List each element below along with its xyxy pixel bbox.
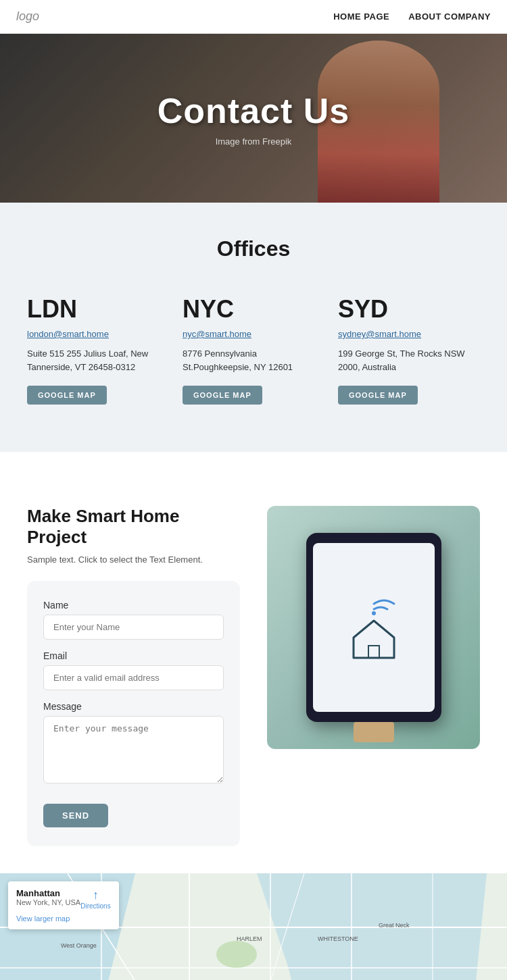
- map-section: New York MANHATTAN QUEENS BROOKLYN Newar…: [0, 873, 507, 980]
- map-directions-label[interactable]: Directions: [80, 902, 110, 910]
- hero-section: Contact Us Image from Freepik: [0, 34, 507, 203]
- office-email-nyc[interactable]: nyc@smart.home: [183, 329, 324, 339]
- svg-text:West Orange: West Orange: [61, 942, 97, 949]
- office-city-nyc: NYC: [183, 295, 324, 324]
- map-location-title: Manhattan: [16, 888, 80, 898]
- contact-form-card: Name Email Message SEND: [27, 581, 240, 846]
- smart-home-icon: [340, 590, 408, 665]
- message-group: Message: [43, 701, 224, 786]
- google-map-btn-ldn[interactable]: GOOGLE MAP: [27, 386, 107, 405]
- contact-left: Make Smart Home Project Sample text. Cli…: [27, 506, 240, 846]
- office-card-nyc: NYC nyc@smart.home 8776 Pennsylvania St.…: [183, 288, 324, 411]
- nav-links: HOME PAGE ABOUT COMPANY: [333, 11, 491, 22]
- office-address-ldn: Suite 515 255 Julius Loaf, New Tannersid…: [27, 347, 169, 373]
- office-email-syd[interactable]: sydney@smart.home: [338, 329, 480, 339]
- svg-text:WHITESTONE: WHITESTONE: [318, 935, 358, 942]
- hero-title: Contact Us: [158, 91, 349, 131]
- map-info-box: Manhattan New York, NY, USA ↑ Directions…: [8, 881, 119, 929]
- office-city-ldn: LDN: [27, 295, 169, 324]
- svg-point-25: [216, 941, 257, 968]
- office-address-nyc: 8776 Pennsylvania St.Poughkeepsie, NY 12…: [183, 347, 324, 373]
- contact-section: Make Smart Home Project Sample text. Cli…: [0, 492, 507, 873]
- tablet-image: [267, 506, 480, 749]
- tablet-screen: [313, 543, 435, 712]
- hero-content: Contact Us Image from Freepik: [158, 91, 349, 147]
- office-card-syd: SYD sydney@smart.home 199 George St, The…: [338, 288, 480, 411]
- contact-right: [267, 506, 480, 749]
- tablet-stand: [354, 722, 394, 742]
- office-city-syd: SYD: [338, 295, 480, 324]
- logo: logo: [16, 9, 39, 24]
- name-input[interactable]: [43, 615, 224, 640]
- map-location-subtitle: New York, NY, USA: [16, 898, 80, 906]
- offices-section: Offices LDN london@smart.home Suite 515 …: [0, 203, 507, 452]
- offices-grid: LDN london@smart.home Suite 515 255 Juli…: [27, 288, 480, 411]
- name-label: Name: [43, 600, 224, 611]
- contact-layout: Make Smart Home Project Sample text. Cli…: [27, 506, 480, 846]
- map-larger-link[interactable]: View larger map: [16, 914, 111, 923]
- email-group: Email: [43, 650, 224, 690]
- office-address-syd: 199 George St, The Rocks NSW 2000, Austr…: [338, 347, 480, 373]
- navbar: logo HOME PAGE ABOUT COMPANY: [0, 0, 507, 34]
- nav-about[interactable]: ABOUT COMPANY: [408, 11, 491, 22]
- send-button[interactable]: SEND: [43, 804, 108, 827]
- contact-heading: Make Smart Home Project: [27, 506, 240, 548]
- svg-text:Great Neck: Great Neck: [379, 922, 410, 929]
- name-group: Name: [43, 600, 224, 640]
- nav-home[interactable]: HOME PAGE: [333, 11, 389, 22]
- google-map-btn-syd[interactable]: GOOGLE MAP: [338, 386, 418, 405]
- offices-title: Offices: [27, 236, 480, 261]
- message-input[interactable]: [43, 716, 224, 783]
- contact-sample-text: Sample text. Click to select the Text El…: [27, 555, 240, 565]
- spacer: [0, 452, 507, 492]
- office-email-ldn[interactable]: london@smart.home: [27, 329, 169, 339]
- google-map-btn-nyc[interactable]: GOOGLE MAP: [183, 386, 262, 405]
- hero-subtitle: Image from Freepik: [158, 136, 349, 147]
- svg-rect-1: [368, 646, 379, 658]
- tablet-device: [306, 533, 441, 722]
- message-label: Message: [43, 701, 224, 712]
- email-input[interactable]: [43, 665, 224, 690]
- email-label: Email: [43, 650, 224, 661]
- office-card-ldn: LDN london@smart.home Suite 515 255 Juli…: [27, 288, 169, 411]
- svg-point-0: [372, 611, 376, 615]
